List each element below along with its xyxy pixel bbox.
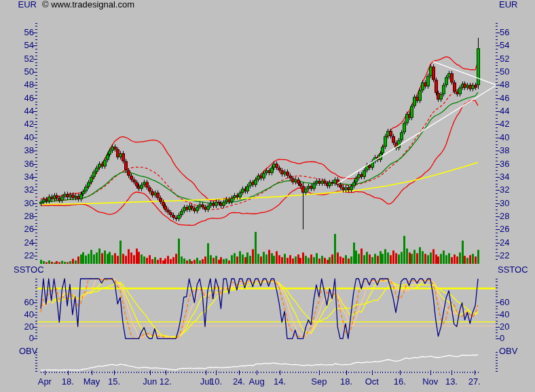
x-axis-label: Sep — [306, 377, 333, 387]
price-tick-label-right: 32 — [500, 185, 509, 195]
price-tick-label-right: 50 — [500, 67, 509, 77]
price-tick-label-left: 54 — [0, 41, 34, 50]
price-tick-label-left: 28 — [0, 212, 34, 221]
obv-panel-label-left: OBV — [19, 347, 37, 356]
obv-panel-label-right: OBV — [499, 347, 517, 356]
price-tick-label-right: 36 — [500, 159, 509, 169]
x-axis-label: 18. — [333, 377, 360, 387]
price-tick-label-left: 40 — [0, 133, 34, 142]
price-tick-label-right: 38 — [500, 146, 509, 155]
price-tick-label-left: 24 — [0, 238, 34, 248]
sstoc-tick-label-left: 0 — [0, 334, 34, 343]
x-axis-label: 15. — [100, 377, 128, 387]
price-tick-label-right: 26 — [500, 224, 509, 234]
price-tick-label-left: 22 — [0, 251, 34, 260]
price-tick-label-left: 46 — [0, 94, 34, 103]
price-tick-label-right: 34 — [500, 172, 509, 182]
x-axis-label: 16. — [386, 377, 413, 387]
x-axis-label: 12. — [152, 377, 179, 387]
price-axis-unit-left: EUR — [0, 0, 37, 9]
x-axis-label: 27. — [461, 377, 488, 387]
price-tick-label-left: 38 — [0, 146, 34, 155]
price-tick-label-left: 50 — [0, 67, 34, 77]
sstoc-tick-label-left: 60 — [0, 298, 34, 307]
price-tick-label-left: 44 — [0, 106, 34, 116]
price-tick-label-right: 48 — [500, 80, 509, 90]
sstoc-panel-label-right: SSTOC — [498, 265, 528, 275]
price-tick-label-right: 46 — [500, 94, 509, 103]
sstoc-tick-label-left: 40 — [0, 310, 34, 319]
tradesignal-chart-window: EUR © www.tradesignal.com EUR SSTOC SSTO… — [0, 0, 535, 392]
price-tick-label-left: 26 — [0, 224, 34, 234]
sstoc-tick-label-right: 0 — [500, 334, 504, 343]
sstoc-tick-label-right: 40 — [500, 310, 509, 319]
price-tick-label-right: 30 — [500, 199, 509, 208]
price-tick-label-right: 28 — [500, 212, 509, 221]
price-tick-label-right: 42 — [500, 119, 509, 129]
price-tick-label-left: 48 — [0, 80, 34, 90]
price-axis-unit-right: EUR — [499, 0, 517, 9]
x-axis-label: Oct — [358, 377, 386, 387]
price-tick-label-left: 34 — [0, 172, 34, 182]
x-axis-label: 14. — [266, 377, 293, 387]
price-tick-label-left: 42 — [0, 119, 34, 129]
price-volume-indicator-chart-canvas — [0, 0, 535, 392]
price-tick-label-left: 30 — [0, 199, 34, 208]
x-axis-label: 18. — [54, 377, 81, 387]
copyright-watermark: © www.tradesignal.com — [42, 0, 134, 9]
price-tick-label-right: 22 — [500, 251, 509, 260]
price-tick-label-left: 36 — [0, 159, 34, 169]
price-tick-label-left: 56 — [0, 28, 34, 37]
price-tick-label-left: 32 — [0, 185, 34, 195]
sstoc-tick-label-right: 60 — [500, 298, 509, 307]
price-tick-label-left: 52 — [0, 54, 34, 64]
price-tick-label-right: 54 — [500, 41, 509, 50]
sstoc-tick-label-left: 20 — [0, 322, 34, 332]
price-tick-label-right: 40 — [500, 133, 509, 142]
price-tick-label-right: 52 — [500, 54, 509, 64]
price-tick-label-right: 44 — [500, 106, 509, 116]
price-tick-label-right: 24 — [500, 238, 509, 248]
sstoc-panel-label-left: SSTOC — [14, 265, 44, 275]
price-tick-label-right: 56 — [500, 28, 509, 37]
sstoc-tick-label-right: 20 — [500, 322, 509, 332]
